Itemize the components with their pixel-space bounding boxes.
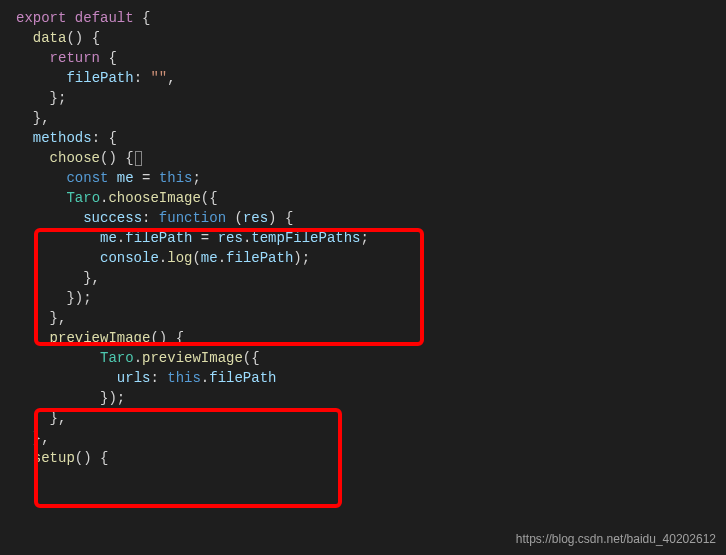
code-line: }, xyxy=(16,408,726,428)
cursor-icon xyxy=(135,151,142,166)
keyword-const: const xyxy=(66,170,108,186)
method-previewimage: previewImage xyxy=(50,330,151,346)
code-line: console.log(me.filePath); xyxy=(16,248,726,268)
fn-log: log xyxy=(167,250,192,266)
prop-filepath: filePath xyxy=(66,70,133,86)
code-line: previewImage() { xyxy=(16,328,726,348)
object-taro: Taro xyxy=(100,350,134,366)
code-line: }, xyxy=(16,108,726,128)
watermark: https://blog.csdn.net/baidu_40202612 xyxy=(516,529,716,549)
code-line: }); xyxy=(16,288,726,308)
code-line: me.filePath = res.tempFilePaths; xyxy=(16,228,726,248)
code-line: methods: { xyxy=(16,128,726,148)
object-console: console xyxy=(100,250,159,266)
keyword-export: export xyxy=(16,10,66,26)
keyword-this: this xyxy=(159,170,193,186)
string-literal: "" xyxy=(150,70,167,86)
code-line: return { xyxy=(16,48,726,68)
code-line: }); xyxy=(16,388,726,408)
param-res: res xyxy=(243,210,268,226)
method-data: data xyxy=(33,30,67,46)
code-line: export default { xyxy=(16,8,726,28)
code-line: data() { xyxy=(16,28,726,48)
prop-success: success xyxy=(83,210,142,226)
prop-urls: urls xyxy=(117,370,151,386)
code-line: Taro.chooseImage({ xyxy=(16,188,726,208)
code-editor: export default { data() { return { fileP… xyxy=(0,0,726,476)
prop-methods: methods xyxy=(33,130,92,146)
keyword-return: return xyxy=(50,50,100,66)
keyword-function: function xyxy=(159,210,226,226)
fn-chooseimage: chooseImage xyxy=(108,190,200,206)
code-line: success: function (res) { xyxy=(16,208,726,228)
code-line: urls: this.filePath xyxy=(16,368,726,388)
code-line: Taro.previewImage({ xyxy=(16,348,726,368)
method-setup: setup xyxy=(33,450,75,466)
code-line: }, xyxy=(16,268,726,288)
code-line: choose() { xyxy=(16,148,726,168)
code-line: }, xyxy=(16,308,726,328)
fn-previewimage: previewImage xyxy=(142,350,243,366)
code-line: filePath: "", xyxy=(16,68,726,88)
code-line: const me = this; xyxy=(16,168,726,188)
keyword-this: this xyxy=(167,370,201,386)
code-line: }; xyxy=(16,88,726,108)
code-line: setup() { xyxy=(16,448,726,468)
object-taro: Taro xyxy=(66,190,100,206)
method-choose: choose xyxy=(50,150,100,166)
keyword-default: default xyxy=(75,10,134,26)
code-line: }, xyxy=(16,428,726,448)
